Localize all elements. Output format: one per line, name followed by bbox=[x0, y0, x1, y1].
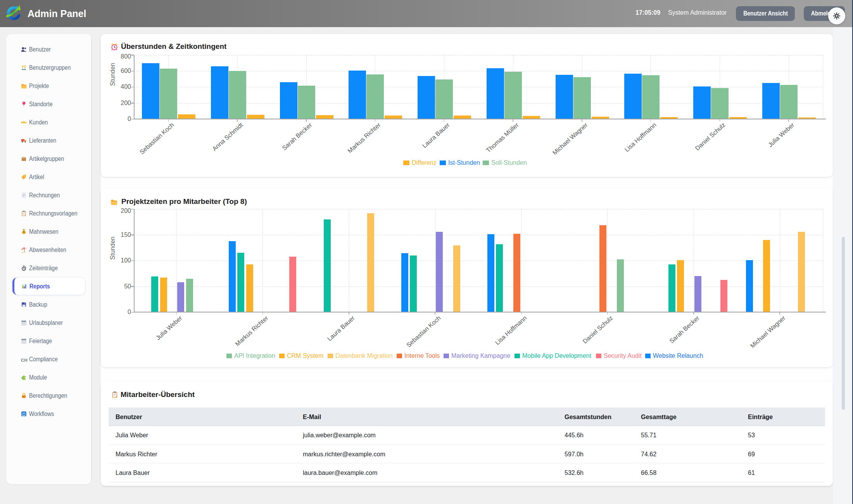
svg-text:$: $ bbox=[23, 231, 25, 234]
